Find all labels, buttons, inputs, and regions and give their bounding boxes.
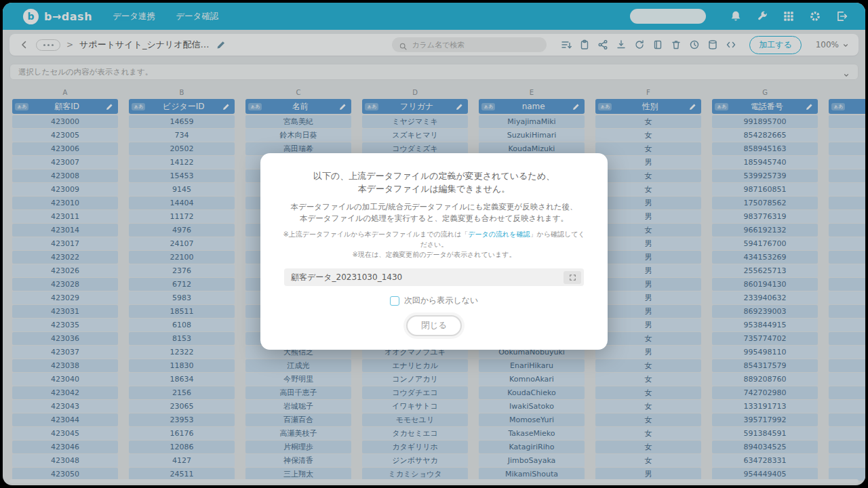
dont-show-again-checkbox[interactable] (390, 296, 399, 306)
close-button[interactable]: 閉じる (406, 315, 462, 336)
definition-changed-dialog: 以下の、上流データファイルの定義が変更されているため、 本データファイルは編集で… (260, 153, 608, 350)
dialog-note: ※上流データファイルから本データファイルまでの流れは「データの流れを確認」から確… (281, 229, 587, 260)
modal-backdrop: 以下の、上流データファイルの定義が変更されているため、 本データファイルは編集で… (3, 3, 865, 485)
dont-show-again-label: 次回から表示しない (404, 295, 478, 306)
expand-icon[interactable] (564, 271, 581, 284)
dialog-body: 本データファイルの加工元/統合元データファイルにも定義変更が反映された後、 本デ… (281, 201, 587, 224)
data-flow-link[interactable]: データの流れを確認 (468, 230, 530, 238)
dialog-title: 以下の、上流データファイルの定義が変更されているため、 本データファイルは編集で… (281, 169, 587, 195)
upstream-file-name: 顧客データ_20231030_1430 (291, 272, 564, 283)
app-window: b b→dash データ連携 データ確認 (3, 3, 865, 485)
dont-show-again-row: 次回から表示しない (281, 295, 587, 306)
upstream-file-field[interactable]: 顧客データ_20231030_1430 (284, 268, 584, 286)
